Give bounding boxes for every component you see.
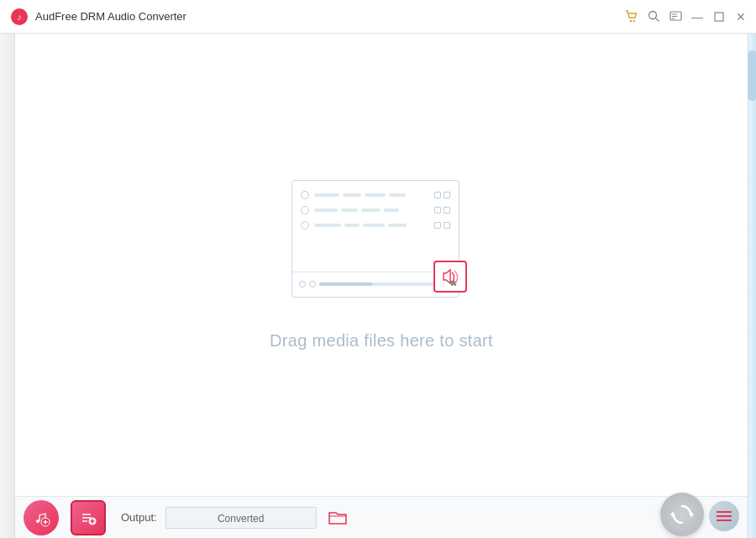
minimize-icon[interactable]: — xyxy=(689,8,706,25)
drop-zone[interactable]: Drag media files here to start xyxy=(15,34,748,496)
app-logo: ♪ xyxy=(10,8,29,26)
drop-illustration xyxy=(291,180,472,306)
music-note-icon xyxy=(32,509,50,527)
svg-line-5 xyxy=(655,18,659,22)
add-playlist-button[interactable] xyxy=(71,500,106,535)
folder-icon xyxy=(328,510,347,525)
left-sidebar-strip xyxy=(0,34,15,538)
close-icon[interactable]: ✕ xyxy=(732,8,749,25)
maximize-icon[interactable] xyxy=(711,8,727,25)
bottom-bar: Output: Converted xyxy=(15,496,748,538)
svg-text:♪: ♪ xyxy=(17,12,22,22)
cart-icon[interactable] xyxy=(623,8,640,25)
add-music-button[interactable] xyxy=(24,500,59,535)
illus-rows xyxy=(292,181,459,229)
scrollbar-thumb[interactable] xyxy=(748,50,756,101)
output-path-field[interactable]: Converted xyxy=(165,507,317,529)
drag-text: Drag media files here to start xyxy=(270,331,493,351)
svg-marker-25 xyxy=(690,511,694,518)
output-label: Output: xyxy=(121,511,157,524)
svg-point-3 xyxy=(633,19,635,21)
svg-point-2 xyxy=(630,19,632,21)
right-sidebar-strip xyxy=(748,34,756,538)
svg-marker-26 xyxy=(670,511,674,518)
main-area: Drag media files here to start xyxy=(15,34,748,538)
svg-rect-10 xyxy=(715,13,723,21)
audio-overlay-icon xyxy=(433,261,467,293)
menu-lines-icon xyxy=(717,510,732,522)
convert-button[interactable] xyxy=(660,493,704,536)
search-icon[interactable] xyxy=(645,8,662,25)
bottom-menu-button[interactable] xyxy=(709,501,739,531)
browse-folder-button[interactable] xyxy=(325,505,350,530)
convert-icon xyxy=(670,503,694,526)
illus-window xyxy=(291,180,459,298)
window-controls: — ✕ xyxy=(623,8,749,25)
playlist-icon xyxy=(79,509,97,527)
help-icon[interactable] xyxy=(667,8,684,25)
app-title: AudFree DRM Audio Converter xyxy=(35,10,186,23)
svg-point-4 xyxy=(648,12,656,19)
title-bar: ♪ AudFree DRM Audio Converter xyxy=(0,0,756,34)
